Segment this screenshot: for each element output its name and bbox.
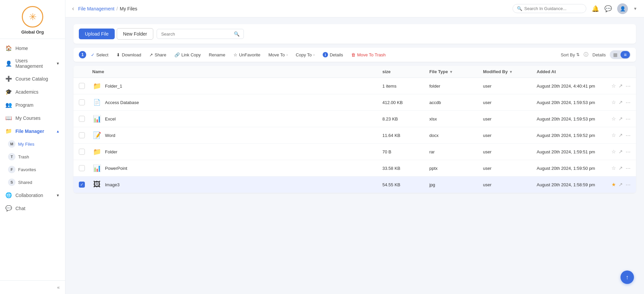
sidebar-item-catalog[interactable]: ➕ Course Catalog [0,72,65,85]
academics-icon: 🎓 [5,89,12,95]
row6-filename[interactable]: PowerPoint [105,166,127,171]
topbar-right: 🔍 🔔 💬 👤 ▼ [513,3,637,14]
row5-star-button[interactable]: ☆ [611,149,616,155]
row7-more-button[interactable]: ⋯ [626,182,631,188]
unfavorite-button[interactable]: ☆ UnFavorite [230,51,264,59]
row5-more-button[interactable]: ⋯ [626,149,631,155]
row1-checkbox[interactable] [79,83,85,89]
upload-file-button[interactable]: Upload File [79,29,115,39]
row2-checkbox[interactable] [79,99,85,105]
row2-size: 412.00 KB [382,100,429,105]
global-search-input[interactable] [524,6,582,11]
sidebar-item-collaboration[interactable]: 🌐 Collaboration ▼ [0,189,65,202]
sort-by-label: Sort By [561,52,575,57]
breadcrumb-root[interactable]: File Management [78,6,114,11]
move-to-trash-button[interactable]: 🗑 Move To Trash [348,51,389,59]
program-icon: 👥 [5,102,12,108]
row6-checkbox[interactable] [79,165,85,171]
row7-checkbox[interactable]: ✓ [79,182,85,188]
sidebar-item-program[interactable]: 👥 Program [0,98,65,111]
row3-file-icon: 📊 [92,114,102,124]
details-button[interactable]: i Details [319,50,346,59]
sidebar-item-users[interactable]: 👤 Users Management ▼ [0,55,65,72]
row4-checkbox[interactable] [79,132,85,138]
global-search-box[interactable]: 🔍 [513,4,586,13]
row4-filename[interactable]: Word [105,133,115,138]
link-copy-button[interactable]: 🔗 Link Copy [171,51,204,59]
row3-share-button[interactable]: ↗ [619,116,623,122]
copy-to-button[interactable]: Copy To › [292,51,318,59]
sidebar-subitem-shared[interactable]: S Shared [0,176,65,189]
row4-actions: ☆ ↗ ⋯ [604,132,631,138]
upload-toolbar: Upload File New Folder 🔍 [73,24,636,44]
file-search-input[interactable] [161,32,232,37]
header-modifiedby[interactable]: Modified By ▼ [483,69,537,74]
row2-share-button[interactable]: ↗ [619,99,623,105]
row5-filename[interactable]: Folder [105,149,117,154]
row6-share-button[interactable]: ↗ [619,165,623,171]
sidebar-collapse-button[interactable]: « [0,280,65,294]
grid-view-button[interactable]: ▦ [610,51,620,58]
row3-size: 8.23 KB [382,116,429,121]
row2-addedat: August 20th 2024, 1:59:53 pm [537,100,604,105]
row2-star-button[interactable]: ☆ [611,99,616,105]
collapse-icon: « [57,285,60,290]
notifications-icon[interactable]: 🔔 [592,5,599,12]
row7-star-button[interactable]: ★ [611,182,616,188]
back-button[interactable]: ‹ [72,5,74,12]
row5-share-button[interactable]: ↗ [619,149,623,155]
messages-icon[interactable]: 💬 [604,5,612,12]
row1-star-button[interactable]: ☆ [611,83,616,89]
row4-more-button[interactable]: ⋯ [626,132,631,138]
move-to-label: Move To [268,52,285,57]
download-button[interactable]: ⬇ Download [113,51,145,59]
link-icon: 🔗 [174,52,180,57]
new-folder-button[interactable]: New Folder [117,28,154,40]
sidebar-item-filemanager[interactable]: 📁 File Manager ▲ [0,125,65,138]
row2-filename[interactable]: Access Database [105,100,139,105]
collaboration-arrow-icon: ▼ [56,193,60,197]
user-dropdown-icon[interactable]: ▼ [633,6,637,11]
sidebar-item-mycourses-label: My Courses [15,115,41,121]
sidebar-subitem-favorites[interactable]: F Favorites [0,163,65,176]
row7-share-button[interactable]: ↗ [619,182,623,188]
header-filetype[interactable]: File Type ▼ [429,69,483,74]
scroll-to-top-button[interactable]: ↑ [621,271,634,284]
row4-share-button[interactable]: ↗ [619,132,623,138]
sort-by-button[interactable]: Sort By ⇅ [561,52,580,57]
user-avatar[interactable]: 👤 [617,3,628,14]
sidebar-item-home[interactable]: 🏠 Home [0,42,65,55]
row2-more-button[interactable]: ⋯ [626,99,631,105]
sidebar-subitem-myfiles[interactable]: M My Files [0,138,65,150]
sidebar-item-mycourses[interactable]: 📖 My Courses [0,111,65,125]
list-view-button[interactable]: ≡ [621,51,630,58]
row3-checkbox[interactable] [79,116,85,122]
sidebar-item-chat[interactable]: 💬 Chat [0,202,65,215]
row7-size: 54.55 KB [382,182,429,187]
move-to-button[interactable]: Move To › [265,51,291,59]
row3-more-button[interactable]: ⋯ [626,116,631,122]
row6-actions: ☆ ↗ ⋯ [604,165,631,171]
sidebar-item-academics[interactable]: 🎓 Academics [0,85,65,98]
row5-checkbox[interactable] [79,149,85,155]
row1-filename[interactable]: Folder_1 [105,84,122,89]
row6-more-button[interactable]: ⋯ [626,165,631,171]
row3-filename[interactable]: Excel [105,116,116,121]
row2-modifiedby: user [483,100,537,105]
share-button[interactable]: ↗ Share [146,51,170,59]
row6-star-button[interactable]: ☆ [611,165,616,171]
sidebar-subitem-trash[interactable]: T Trash [0,150,65,163]
row3-star-button[interactable]: ☆ [611,116,616,122]
row1-share-button[interactable]: ↗ [619,83,623,89]
row1-more-button[interactable]: ⋯ [626,83,631,89]
file-table: Name size File Type ▼ Modified By ▼ Adde… [73,66,636,193]
row1-addedat: August 20th 2024, 4:40:41 pm [537,84,604,89]
details-label: Details [330,52,343,57]
table-row: 📝 Word 11.64 KB docx user August 20th 20… [73,127,636,144]
row7-filename[interactable]: Image3 [105,182,119,187]
row4-star-button[interactable]: ☆ [611,132,616,138]
row7-actions: ★ ↗ ⋯ [604,182,631,188]
rename-button[interactable]: Rename [205,51,228,59]
file-search-bar[interactable]: 🔍 [157,29,244,39]
select-button[interactable]: ✓ Select [88,51,112,59]
